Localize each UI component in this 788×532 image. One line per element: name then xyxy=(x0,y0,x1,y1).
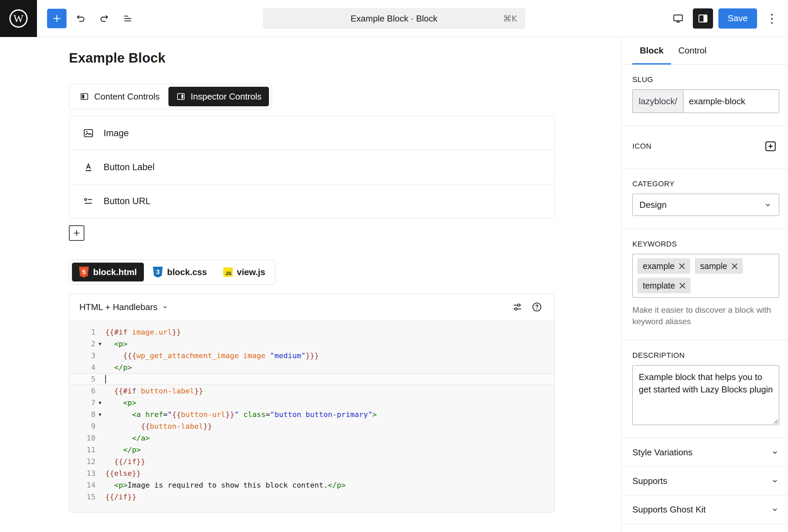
code-line[interactable]: 7▾ <p> xyxy=(69,397,554,409)
code-lines: 1{{#if image.url}}2▾ <p>3 {{{wp_get_atta… xyxy=(69,320,554,512)
document-overview-button[interactable] xyxy=(118,9,137,28)
panel-condition[interactable]: Condition xyxy=(622,524,788,532)
chevron-down-icon xyxy=(770,476,779,485)
code-line[interactable]: 5 xyxy=(69,373,554,385)
control-row[interactable]: Image xyxy=(69,116,554,150)
save-button[interactable]: Save xyxy=(718,8,757,28)
code-token xyxy=(105,481,114,489)
code-tab-label: view.js xyxy=(237,267,265,277)
code-line[interactable]: 15{{/if}} xyxy=(69,491,554,503)
editor-help-button[interactable] xyxy=(530,300,544,314)
code-line[interactable]: 3 {{{wp_get_attachment_image image "medi… xyxy=(69,350,554,361)
line-number: 1 xyxy=(69,328,96,336)
command-shortcut: ⌘K xyxy=(503,14,517,23)
code-text: <a href="{{button-url}}" class="button b… xyxy=(104,410,377,419)
redo-button[interactable] xyxy=(95,9,114,28)
panel-supports[interactable]: Supports xyxy=(622,467,788,495)
code-token: href xyxy=(145,410,163,419)
options-menu-button[interactable]: ⋮ xyxy=(763,9,781,28)
description-text: Example block that helps you to get star… xyxy=(639,372,773,394)
category-value: Design xyxy=(639,200,667,210)
code-text xyxy=(104,375,106,383)
line-number: 11 xyxy=(69,446,96,454)
code-token xyxy=(105,387,114,395)
block-inserter-button[interactable] xyxy=(47,9,66,28)
code-token: {{#if xyxy=(114,387,137,395)
undo-button[interactable] xyxy=(71,9,90,28)
description-textarea[interactable]: Example block that helps you to get star… xyxy=(632,365,779,425)
code-line[interactable]: 13{{else}} xyxy=(69,468,554,479)
code-line[interactable]: 10 </a> xyxy=(69,432,554,444)
description-section: DESCRIPTION Example block that helps you… xyxy=(622,340,788,438)
code-line[interactable]: 6 {{#if button-label}} xyxy=(69,385,554,397)
code-line[interactable]: 9 {{button-label}} xyxy=(69,420,554,432)
tab-inspector-controls[interactable]: Inspector Controls xyxy=(169,87,269,106)
line-number: 12 xyxy=(69,457,96,466)
control-row[interactable]: Button URL xyxy=(69,184,554,218)
document-title: Example Block · Block xyxy=(351,14,438,24)
controls-list: ImageButton LabelButton URL xyxy=(69,116,555,219)
code-text: </a> xyxy=(104,434,150,442)
code-token xyxy=(105,398,123,407)
add-control-button[interactable] xyxy=(69,225,84,241)
sidebar-panels: Style VariationsSupportsSupports Ghost K… xyxy=(622,438,788,532)
slug-input[interactable] xyxy=(684,90,779,113)
keyword-chip-label: sample xyxy=(700,261,728,271)
fold-arrow-icon[interactable]: ▾ xyxy=(96,399,104,406)
icon-picker-button[interactable] xyxy=(762,138,779,155)
code-token: button-label xyxy=(141,387,194,395)
preview-button[interactable] xyxy=(669,9,688,28)
slug-input-group: lazyblock/ xyxy=(632,90,779,113)
control-label: Button URL xyxy=(103,196,151,206)
wordpress-logo[interactable]: W xyxy=(0,0,37,37)
close-icon: × xyxy=(730,261,739,271)
editor-mode-select[interactable]: HTML + Handlebars xyxy=(79,302,169,312)
code-tab-block-html[interactable]: 5block.html xyxy=(72,263,144,281)
code-line[interactable]: 12 {{/if}} xyxy=(69,456,554,468)
tab-label: Inspector Controls xyxy=(191,92,261,102)
code-line[interactable]: 1{{#if image.url}} xyxy=(69,326,554,338)
remove-keyword-button[interactable]: × xyxy=(676,279,689,292)
tab-label: Control xyxy=(678,45,707,56)
redo-icon xyxy=(98,13,110,24)
code-tab-view-js[interactable]: JSview.js xyxy=(216,263,272,281)
code-line[interactable]: 4 </p> xyxy=(69,361,554,373)
close-icon: × xyxy=(678,280,687,291)
editor-settings-button[interactable] xyxy=(510,300,525,314)
code-line[interactable]: 8▾ <a href="{{button-url}}" class="butto… xyxy=(69,409,554,420)
remove-keyword-button[interactable]: × xyxy=(729,260,741,272)
control-row[interactable]: Button Label xyxy=(69,150,554,184)
code-text: </p> xyxy=(104,363,132,372)
remove-keyword-button[interactable]: × xyxy=(676,260,688,272)
code-line[interactable]: 2▾ <p> xyxy=(69,338,554,350)
fold-arrow-icon[interactable]: ▾ xyxy=(96,341,104,347)
tab-content-controls[interactable]: Content Controls xyxy=(72,87,167,106)
editor-top-bar: W Example Block · Block ⌘K xyxy=(0,0,788,37)
icon-section: ICON xyxy=(622,126,788,169)
inspector-controls-icon xyxy=(176,92,186,102)
keyword-chip: example× xyxy=(637,258,690,274)
block-title[interactable]: Example Block xyxy=(69,51,555,65)
url-icon xyxy=(83,196,94,207)
code-token: </a> xyxy=(132,434,150,442)
code-token: = xyxy=(163,410,168,419)
tab-block[interactable]: Block xyxy=(632,37,671,64)
fold-arrow-icon[interactable]: ▾ xyxy=(96,411,104,418)
keywords-box[interactable]: example×sample×template× xyxy=(632,254,779,298)
line-number: 2 xyxy=(69,340,96,348)
resize-handle-icon[interactable] xyxy=(772,418,778,424)
slug-section: SLUG lazyblock/ xyxy=(622,64,788,126)
code-tab-block-css[interactable]: 3block.css xyxy=(146,263,214,281)
svg-text:W: W xyxy=(14,13,23,24)
code-line[interactable]: 11 </p> xyxy=(69,444,554,456)
panel-supports-ghost-kit[interactable]: Supports Ghost Kit xyxy=(622,495,788,524)
category-select[interactable]: Design xyxy=(632,194,779,216)
keyword-chip: sample× xyxy=(695,258,743,274)
line-number: 13 xyxy=(69,469,96,477)
panel-style-variations[interactable]: Style Variations xyxy=(622,438,788,467)
document-bar[interactable]: Example Block · Block ⌘K xyxy=(263,8,525,29)
code-line[interactable]: 14 <p>Image is required to show this blo… xyxy=(69,479,554,491)
tab-control[interactable]: Control xyxy=(671,37,714,64)
settings-sidebar-toggle-button[interactable] xyxy=(693,8,713,28)
slug-prefix: lazyblock/ xyxy=(633,90,684,113)
